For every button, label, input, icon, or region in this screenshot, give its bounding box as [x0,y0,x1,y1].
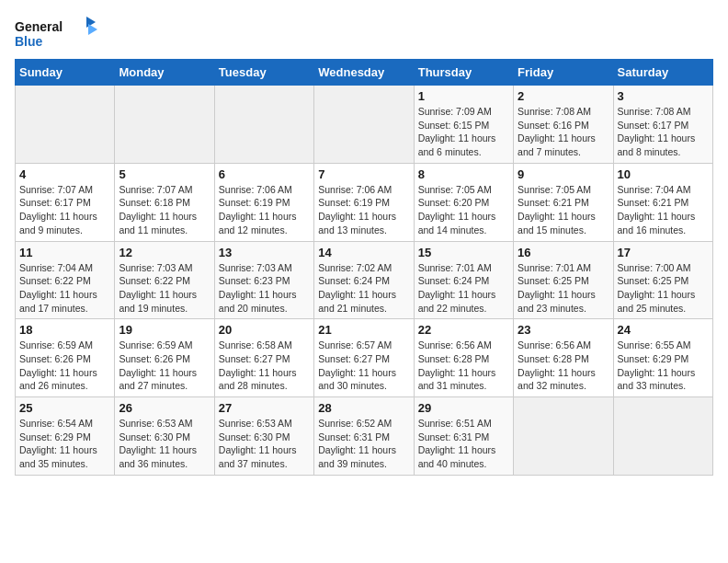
day-number: 3 [618,89,709,103]
svg-marker-3 [88,24,97,35]
calendar-cell: 27Sunrise: 6:53 AM Sunset: 6:30 PM Dayli… [214,397,313,476]
day-info: Sunrise: 7:08 AM Sunset: 6:16 PM Dayligh… [518,105,609,159]
day-number: 13 [219,246,310,259]
day-info: Sunrise: 7:06 AM Sunset: 6:19 PM Dayligh… [219,183,310,237]
day-info: Sunrise: 6:52 AM Sunset: 6:31 PM Dayligh… [318,417,409,471]
calendar-cell: 5Sunrise: 7:07 AM Sunset: 6:18 PM Daylig… [115,163,214,241]
day-number: 4 [19,167,110,181]
day-number: 27 [219,401,310,415]
calendar-cell: 20Sunrise: 6:58 AM Sunset: 6:27 PM Dayli… [214,319,313,397]
day-info: Sunrise: 7:02 AM Sunset: 6:24 PM Dayligh… [318,261,409,316]
day-number: 16 [518,246,609,259]
day-info: Sunrise: 7:01 AM Sunset: 6:24 PM Dayligh… [418,261,509,316]
day-info: Sunrise: 7:07 AM Sunset: 6:17 PM Dayligh… [19,183,110,237]
day-number: 12 [119,246,210,259]
page-header: General Blue [15,15,713,52]
calendar-week-row: 18Sunrise: 6:59 AM Sunset: 6:26 PM Dayli… [16,319,713,397]
day-info: Sunrise: 7:07 AM Sunset: 6:18 PM Dayligh… [119,183,210,237]
day-info: Sunrise: 7:00 AM Sunset: 6:25 PM Dayligh… [618,261,709,316]
day-number: 25 [19,401,110,415]
svg-text:Blue: Blue [15,34,43,49]
day-info: Sunrise: 6:54 AM Sunset: 6:29 PM Dayligh… [19,417,110,471]
header-tuesday: Tuesday [214,60,313,86]
day-info: Sunrise: 6:59 AM Sunset: 6:26 PM Dayligh… [19,339,110,393]
calendar-week-row: 25Sunrise: 6:54 AM Sunset: 6:29 PM Dayli… [16,397,713,476]
day-number: 5 [119,167,210,181]
calendar-cell: 18Sunrise: 6:59 AM Sunset: 6:26 PM Dayli… [16,319,115,397]
day-info: Sunrise: 7:06 AM Sunset: 6:19 PM Dayligh… [318,183,409,237]
day-number: 1 [418,89,509,103]
day-number: 26 [119,401,210,415]
day-info: Sunrise: 6:58 AM Sunset: 6:27 PM Dayligh… [219,339,310,393]
calendar-cell: 24Sunrise: 6:55 AM Sunset: 6:29 PM Dayli… [613,319,712,397]
calendar-week-row: 4Sunrise: 7:07 AM Sunset: 6:17 PM Daylig… [16,163,713,241]
header-wednesday: Wednesday [314,60,414,86]
calendar-cell: 7Sunrise: 7:06 AM Sunset: 6:19 PM Daylig… [314,163,414,241]
calendar-cell: 22Sunrise: 6:56 AM Sunset: 6:28 PM Dayli… [414,319,513,397]
calendar-cell: 10Sunrise: 7:04 AM Sunset: 6:21 PM Dayli… [613,163,712,241]
calendar-cell: 9Sunrise: 7:05 AM Sunset: 6:21 PM Daylig… [514,163,613,241]
calendar-week-row: 1Sunrise: 7:09 AM Sunset: 6:15 PM Daylig… [16,86,713,164]
day-number: 9 [518,167,609,181]
day-number: 6 [219,167,310,181]
calendar-cell: 25Sunrise: 6:54 AM Sunset: 6:29 PM Dayli… [16,397,115,476]
day-info: Sunrise: 7:04 AM Sunset: 6:21 PM Dayligh… [618,183,709,237]
day-number: 19 [119,323,210,337]
day-number: 18 [19,323,110,337]
day-info: Sunrise: 6:59 AM Sunset: 6:26 PM Dayligh… [119,339,210,393]
calendar-cell: 21Sunrise: 6:57 AM Sunset: 6:27 PM Dayli… [314,319,414,397]
day-number: 24 [618,323,709,337]
calendar-week-row: 11Sunrise: 7:04 AM Sunset: 6:22 PM Dayli… [16,241,713,319]
calendar-cell: 3Sunrise: 7:08 AM Sunset: 6:17 PM Daylig… [613,86,712,164]
day-info: Sunrise: 7:03 AM Sunset: 6:23 PM Dayligh… [219,261,310,316]
logo-svg: General Blue [15,15,97,52]
day-number: 22 [418,323,509,337]
header-saturday: Saturday [613,60,712,86]
day-number: 21 [318,323,409,337]
header-monday: Monday [115,60,214,86]
day-number: 8 [418,167,509,181]
header-friday: Friday [514,60,613,86]
calendar-cell: 14Sunrise: 7:02 AM Sunset: 6:24 PM Dayli… [314,241,414,319]
calendar-cell: 16Sunrise: 7:01 AM Sunset: 6:25 PM Dayli… [514,241,613,319]
day-number: 7 [318,167,409,181]
calendar-cell [115,86,214,164]
calendar-cell [214,86,313,164]
day-info: Sunrise: 6:51 AM Sunset: 6:31 PM Dayligh… [418,417,509,471]
day-info: Sunrise: 6:57 AM Sunset: 6:27 PM Dayligh… [318,339,409,393]
day-number: 15 [418,246,509,259]
day-info: Sunrise: 7:05 AM Sunset: 6:20 PM Dayligh… [418,183,509,237]
day-info: Sunrise: 6:56 AM Sunset: 6:28 PM Dayligh… [518,339,609,393]
day-number: 10 [618,167,709,181]
calendar-cell [613,397,712,476]
day-number: 20 [219,323,310,337]
day-info: Sunrise: 7:04 AM Sunset: 6:22 PM Dayligh… [19,261,110,316]
calendar-cell: 19Sunrise: 6:59 AM Sunset: 6:26 PM Dayli… [115,319,214,397]
logo: General Blue [15,15,97,52]
calendar-cell: 1Sunrise: 7:09 AM Sunset: 6:15 PM Daylig… [414,86,513,164]
day-number: 2 [518,89,609,103]
day-info: Sunrise: 6:56 AM Sunset: 6:28 PM Dayligh… [418,339,509,393]
svg-text:General: General [15,19,63,34]
calendar-cell: 28Sunrise: 6:52 AM Sunset: 6:31 PM Dayli… [314,397,414,476]
calendar-cell: 6Sunrise: 7:06 AM Sunset: 6:19 PM Daylig… [214,163,313,241]
calendar-cell [314,86,414,164]
header-sunday: Sunday [16,60,115,86]
day-info: Sunrise: 7:01 AM Sunset: 6:25 PM Dayligh… [518,261,609,316]
calendar-cell: 15Sunrise: 7:01 AM Sunset: 6:24 PM Dayli… [414,241,513,319]
day-number: 11 [19,246,110,259]
calendar-cell: 8Sunrise: 7:05 AM Sunset: 6:20 PM Daylig… [414,163,513,241]
day-info: Sunrise: 6:53 AM Sunset: 6:30 PM Dayligh… [119,417,210,471]
calendar-cell: 23Sunrise: 6:56 AM Sunset: 6:28 PM Dayli… [514,319,613,397]
day-info: Sunrise: 7:09 AM Sunset: 6:15 PM Dayligh… [418,105,509,159]
calendar-cell: 17Sunrise: 7:00 AM Sunset: 6:25 PM Dayli… [613,241,712,319]
day-info: Sunrise: 7:08 AM Sunset: 6:17 PM Dayligh… [618,105,709,159]
calendar-cell: 13Sunrise: 7:03 AM Sunset: 6:23 PM Dayli… [214,241,313,319]
calendar-cell: 2Sunrise: 7:08 AM Sunset: 6:16 PM Daylig… [514,86,613,164]
calendar-cell: 26Sunrise: 6:53 AM Sunset: 6:30 PM Dayli… [115,397,214,476]
day-number: 28 [318,401,409,415]
calendar-table: SundayMondayTuesdayWednesdayThursdayFrid… [15,59,713,476]
calendar-header-row: SundayMondayTuesdayWednesdayThursdayFrid… [16,60,713,86]
day-number: 29 [418,401,509,415]
header-thursday: Thursday [414,60,513,86]
